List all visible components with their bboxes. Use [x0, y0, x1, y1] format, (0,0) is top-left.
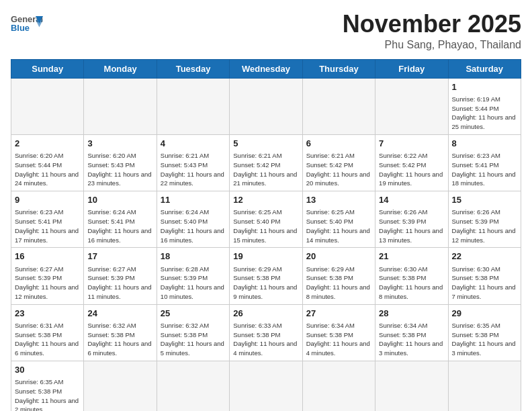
day-number: 1: [452, 81, 517, 93]
day-info: Sunrise: 6:34 AM Sunset: 5:38 PM Dayligh…: [306, 321, 371, 358]
calendar-cell: 25Sunrise: 6:32 AM Sunset: 5:38 PM Dayli…: [157, 304, 229, 361]
calendar-week-row: 1Sunrise: 6:19 AM Sunset: 5:44 PM Daylig…: [11, 78, 521, 134]
day-number: 30: [15, 364, 80, 376]
day-number: 24: [87, 308, 152, 320]
calendar-cell: [375, 78, 448, 134]
day-info: Sunrise: 6:30 AM Sunset: 5:38 PM Dayligh…: [379, 265, 444, 302]
day-info: Sunrise: 6:20 AM Sunset: 5:43 PM Dayligh…: [87, 151, 152, 188]
day-number: 25: [161, 308, 226, 320]
calendar-cell: 30Sunrise: 6:35 AM Sunset: 5:38 PM Dayli…: [11, 361, 84, 411]
day-number: 23: [15, 308, 80, 320]
calendar-cell: 5Sunrise: 6:21 AM Sunset: 5:42 PM Daylig…: [230, 134, 302, 191]
day-number: 28: [379, 308, 444, 320]
title-section: November 2025 Phu Sang, Phayao, Thailand: [343, 11, 521, 51]
day-info: Sunrise: 6:33 AM Sunset: 5:38 PM Dayligh…: [233, 321, 298, 358]
day-number: 13: [306, 194, 371, 206]
day-info: Sunrise: 6:21 AM Sunset: 5:43 PM Dayligh…: [161, 151, 226, 188]
calendar-week-row: 30Sunrise: 6:35 AM Sunset: 5:38 PM Dayli…: [11, 361, 521, 411]
calendar-cell: 23Sunrise: 6:31 AM Sunset: 5:38 PM Dayli…: [11, 304, 84, 361]
weekday-header-tuesday: Tuesday: [157, 59, 229, 78]
day-number: 27: [306, 308, 371, 320]
calendar-cell: 26Sunrise: 6:33 AM Sunset: 5:38 PM Dayli…: [230, 304, 302, 361]
calendar-cell: 9Sunrise: 6:23 AM Sunset: 5:41 PM Daylig…: [11, 191, 84, 248]
day-number: 29: [452, 308, 517, 320]
day-number: 18: [161, 250, 226, 263]
day-number: 9: [15, 194, 80, 206]
calendar-week-row: 16Sunrise: 6:27 AM Sunset: 5:39 PM Dayli…: [11, 248, 521, 304]
calendar-cell: 12Sunrise: 6:25 AM Sunset: 5:40 PM Dayli…: [230, 191, 302, 248]
day-number: 6: [306, 138, 371, 150]
weekday-header-friday: Friday: [375, 59, 448, 78]
calendar-cell: 18Sunrise: 6:28 AM Sunset: 5:39 PM Dayli…: [157, 248, 229, 304]
svg-text:Blue: Blue: [11, 23, 30, 33]
calendar-cell: 28Sunrise: 6:34 AM Sunset: 5:38 PM Dayli…: [375, 304, 448, 361]
day-info: Sunrise: 6:25 AM Sunset: 5:40 PM Dayligh…: [306, 208, 371, 244]
calendar-cell: 1Sunrise: 6:19 AM Sunset: 5:44 PM Daylig…: [448, 78, 521, 134]
day-number: 14: [379, 194, 444, 206]
day-number: 17: [87, 250, 152, 263]
day-number: 21: [379, 250, 444, 263]
calendar-cell: 20Sunrise: 6:29 AM Sunset: 5:38 PM Dayli…: [302, 248, 375, 304]
day-info: Sunrise: 6:26 AM Sunset: 5:39 PM Dayligh…: [452, 208, 517, 244]
calendar-cell: 11Sunrise: 6:24 AM Sunset: 5:40 PM Dayli…: [157, 191, 229, 248]
calendar-cell: 8Sunrise: 6:23 AM Sunset: 5:41 PM Daylig…: [448, 134, 521, 191]
day-info: Sunrise: 6:23 AM Sunset: 5:41 PM Dayligh…: [452, 151, 517, 188]
calendar-cell: 10Sunrise: 6:24 AM Sunset: 5:41 PM Dayli…: [84, 191, 157, 248]
day-info: Sunrise: 6:19 AM Sunset: 5:44 PM Dayligh…: [452, 95, 517, 132]
calendar-cell: 16Sunrise: 6:27 AM Sunset: 5:39 PM Dayli…: [11, 248, 84, 304]
calendar-cell: 2Sunrise: 6:20 AM Sunset: 5:44 PM Daylig…: [11, 134, 84, 191]
day-number: 4: [161, 138, 226, 150]
calendar-cell: 17Sunrise: 6:27 AM Sunset: 5:39 PM Dayli…: [84, 248, 157, 304]
calendar-cell: [157, 361, 229, 411]
weekday-header-monday: Monday: [84, 59, 157, 78]
logo-icon: General Blue: [11, 11, 43, 36]
day-number: 16: [15, 250, 80, 263]
day-info: Sunrise: 6:24 AM Sunset: 5:40 PM Dayligh…: [161, 208, 226, 244]
calendar-cell: [448, 361, 521, 411]
day-info: Sunrise: 6:25 AM Sunset: 5:40 PM Dayligh…: [233, 208, 298, 244]
day-number: 12: [233, 194, 298, 206]
calendar-cell: [302, 361, 375, 411]
day-info: Sunrise: 6:26 AM Sunset: 5:39 PM Dayligh…: [379, 208, 444, 244]
calendar-cell: 21Sunrise: 6:30 AM Sunset: 5:38 PM Dayli…: [375, 248, 448, 304]
day-number: 8: [452, 138, 517, 150]
calendar-cell: 15Sunrise: 6:26 AM Sunset: 5:39 PM Dayli…: [448, 191, 521, 248]
location-subtitle: Phu Sang, Phayao, Thailand: [343, 39, 521, 51]
day-info: Sunrise: 6:35 AM Sunset: 5:38 PM Dayligh…: [15, 377, 80, 411]
day-number: 20: [306, 250, 371, 263]
calendar-cell: [11, 78, 84, 134]
day-info: Sunrise: 6:31 AM Sunset: 5:38 PM Dayligh…: [15, 321, 80, 358]
day-info: Sunrise: 6:32 AM Sunset: 5:38 PM Dayligh…: [161, 321, 226, 358]
day-number: 11: [161, 194, 226, 206]
calendar-cell: [157, 78, 229, 134]
weekday-header-saturday: Saturday: [448, 59, 521, 78]
calendar-week-row: 9Sunrise: 6:23 AM Sunset: 5:41 PM Daylig…: [11, 191, 521, 248]
calendar-cell: 3Sunrise: 6:20 AM Sunset: 5:43 PM Daylig…: [84, 134, 157, 191]
calendar-cell: [230, 361, 302, 411]
day-info: Sunrise: 6:24 AM Sunset: 5:41 PM Dayligh…: [87, 208, 152, 244]
day-info: Sunrise: 6:21 AM Sunset: 5:42 PM Dayligh…: [233, 151, 298, 188]
calendar-cell: 6Sunrise: 6:21 AM Sunset: 5:42 PM Daylig…: [302, 134, 375, 191]
day-number: 19: [233, 250, 298, 263]
weekday-header-thursday: Thursday: [302, 59, 375, 78]
calendar-cell: 14Sunrise: 6:26 AM Sunset: 5:39 PM Dayli…: [375, 191, 448, 248]
day-info: Sunrise: 6:30 AM Sunset: 5:38 PM Dayligh…: [452, 265, 517, 302]
day-number: 26: [233, 308, 298, 320]
day-number: 15: [452, 194, 517, 206]
calendar-cell: 22Sunrise: 6:30 AM Sunset: 5:38 PM Dayli…: [448, 248, 521, 304]
calendar-cell: 19Sunrise: 6:29 AM Sunset: 5:38 PM Dayli…: [230, 248, 302, 304]
day-info: Sunrise: 6:29 AM Sunset: 5:38 PM Dayligh…: [306, 265, 371, 302]
calendar-cell: 27Sunrise: 6:34 AM Sunset: 5:38 PM Dayli…: [302, 304, 375, 361]
calendar-cell: [84, 361, 157, 411]
calendar-week-row: 2Sunrise: 6:20 AM Sunset: 5:44 PM Daylig…: [11, 134, 521, 191]
day-info: Sunrise: 6:21 AM Sunset: 5:42 PM Dayligh…: [306, 151, 371, 188]
day-info: Sunrise: 6:29 AM Sunset: 5:38 PM Dayligh…: [233, 265, 298, 302]
day-info: Sunrise: 6:27 AM Sunset: 5:39 PM Dayligh…: [15, 265, 80, 302]
day-info: Sunrise: 6:35 AM Sunset: 5:38 PM Dayligh…: [452, 321, 517, 358]
calendar-cell: 4Sunrise: 6:21 AM Sunset: 5:43 PM Daylig…: [157, 134, 229, 191]
calendar-cell: [375, 361, 448, 411]
day-info: Sunrise: 6:32 AM Sunset: 5:38 PM Dayligh…: [87, 321, 152, 358]
calendar-cell: 29Sunrise: 6:35 AM Sunset: 5:38 PM Dayli…: [448, 304, 521, 361]
calendar-cell: [230, 78, 302, 134]
calendar-table: SundayMondayTuesdayWednesdayThursdayFrid…: [11, 59, 521, 411]
